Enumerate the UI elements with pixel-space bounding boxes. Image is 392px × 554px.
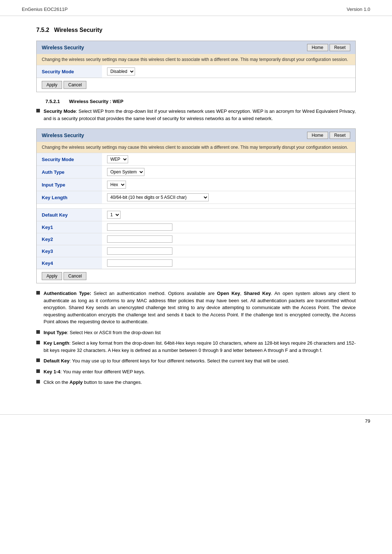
bullet-square-auth xyxy=(36,291,40,295)
subsection1-name: Wireless Security : WEP xyxy=(69,99,123,104)
panel2-input-key4[interactable] xyxy=(107,259,172,267)
panel2-cell-security-mode: WEP xyxy=(102,153,355,166)
panel1-cancel-button[interactable]: Cancel xyxy=(64,81,86,89)
panel2-row-default-key: Default Key 1 xyxy=(37,209,355,221)
panel1-reset-button[interactable]: Reset xyxy=(330,44,350,51)
panel2-cell-key-length: 40/64-bit (10 hex digits or 5 ASCII char… xyxy=(102,191,355,204)
header-right: Version 1.0 xyxy=(347,7,370,12)
bullet-key-length: Key Length: Select a key format from the… xyxy=(36,340,356,354)
bullet-auth-type: Authentication Type: Select an authentic… xyxy=(36,290,356,325)
panel2-cell-input-type: Hex xyxy=(102,178,355,191)
panel2-label-key1: Key1 xyxy=(37,221,102,233)
panel2-label-key2: Key2 xyxy=(37,233,102,245)
panel1-home-button[interactable]: Home xyxy=(307,44,328,51)
panel2-row-auth-type: Auth Type Open System xyxy=(37,166,355,178)
panel1: Wireless Security Home Reset Changing th… xyxy=(36,41,356,92)
section-number: 7.5.2 xyxy=(36,27,49,33)
panel1-buttons: Apply Cancel xyxy=(37,78,355,92)
panel2-select-security-mode[interactable]: WEP xyxy=(107,155,128,163)
panel2-separator xyxy=(37,204,355,209)
bullet-auth-text: Authentication Type: Select an authentic… xyxy=(44,290,356,325)
page-header: EnGenius EOC2611P Version 1.0 xyxy=(0,0,392,16)
bullet-list-1: Security Mode: Select WEP from the drop-… xyxy=(36,108,356,122)
bullet-square-input xyxy=(36,330,40,334)
bullet-input-bold: Input Type xyxy=(44,330,67,335)
panel1-warning: Changing the wireless security settings … xyxy=(37,54,355,65)
bullet-auth-bold: Authentication Type: xyxy=(44,291,91,296)
bullet-square-apply xyxy=(36,380,40,383)
panel2-row-input-type: Input Type Hex xyxy=(37,178,355,191)
panel2: Wireless Security Home Reset Changing th… xyxy=(36,128,356,283)
bullet-apply-text: Click on the Apply button to save the ch… xyxy=(44,379,142,386)
panel1-security-mode-select[interactable]: Disabled xyxy=(107,67,135,75)
bullet-input-type: Input Type: Select Hex or ASCII from the… xyxy=(36,329,356,336)
panel2-row-key3: Key3 xyxy=(37,245,355,257)
panel2-label-security-mode: Security Mode xyxy=(37,153,102,166)
bullet-key14-text: Key 1-4: You may enter four different WE… xyxy=(44,368,145,376)
bullet-defaultkey-bold: Default Key xyxy=(44,358,70,364)
bullet-square-key14 xyxy=(36,369,40,373)
panel1-body: Changing the wireless security settings … xyxy=(37,54,355,92)
page-number: 79 xyxy=(365,418,370,424)
bullet-square-keylength xyxy=(36,341,40,344)
bullet1-text: : Select WEP from the drop-down list if … xyxy=(44,108,356,121)
panel2-input-key2[interactable] xyxy=(107,235,172,243)
panel2-label-auth-type: Auth Type xyxy=(37,166,102,178)
bullet-square-1 xyxy=(36,109,40,112)
header-left: EnGenius EOC2611P xyxy=(22,7,68,12)
panel2-form-table: Security Mode WEP Auth Type Open System xyxy=(37,153,355,269)
panel1-header-buttons: Home Reset xyxy=(307,44,350,51)
panel2-select-input-type[interactable]: Hex xyxy=(107,181,126,189)
bullet1-bold: Security Mode xyxy=(44,108,76,114)
panel2-select-key-length[interactable]: 40/64-bit (10 hex digits or 5 ASCII char… xyxy=(107,193,209,201)
section-title: 7.5.2 Wireless Security xyxy=(36,27,356,33)
panel2-cell-key4 xyxy=(102,257,355,269)
panel2-cell-auth-type: Open System xyxy=(102,166,355,178)
panel2-input-key1[interactable] xyxy=(107,223,172,231)
panel2-reset-button[interactable]: Reset xyxy=(330,132,350,139)
panel2-label-key3: Key3 xyxy=(37,245,102,257)
panel2-row-key4: Key4 xyxy=(37,257,355,269)
panel1-security-mode-cell: Disabled xyxy=(102,65,355,78)
panel2-cancel-button[interactable]: Cancel xyxy=(64,272,86,280)
bullet-key14-body: : You may enter four different WEP keys. xyxy=(60,369,145,374)
panel2-label-key4: Key4 xyxy=(37,257,102,269)
panel2-cell-default-key: 1 xyxy=(102,209,355,221)
panel2-warning: Changing the wireless security settings … xyxy=(37,142,355,153)
bullet-input-body: : Select Hex or ASCII from the drop-down… xyxy=(67,330,161,335)
bullet-defaultkey-body: : You may use up to four different keys … xyxy=(70,358,289,364)
panel2-home-button[interactable]: Home xyxy=(307,132,328,139)
panel2-cell-key2 xyxy=(102,233,355,245)
panel1-security-mode-label: Security Mode xyxy=(37,65,102,78)
section-name: Wireless Security xyxy=(54,27,102,33)
bullet-item-1: Security Mode: Select WEP from the drop-… xyxy=(36,108,356,122)
bullet-key14: Key 1-4: You may enter four different WE… xyxy=(36,368,356,376)
panel2-select-auth-type[interactable]: Open System xyxy=(107,168,144,176)
subsection1-title: 7.5.2.1 Wireless Security : WEP xyxy=(36,99,356,104)
panel2-apply-button[interactable]: Apply xyxy=(42,272,62,280)
panel2-label-input-type: Input Type xyxy=(37,178,102,191)
panel2-cell-key3 xyxy=(102,245,355,257)
panel2-label-default-key: Default Key xyxy=(37,209,102,221)
bullet-input-text: Input Type: Select Hex or ASCII from the… xyxy=(44,329,161,336)
panel2-title: Wireless Security xyxy=(42,132,84,138)
bullet-default-key: Default Key: You may use up to four diff… xyxy=(36,357,356,365)
bullet-click-apply: Click on the Apply button to save the ch… xyxy=(36,379,356,386)
bullet-defaultkey-text: Default Key: You may use up to four diff… xyxy=(44,357,289,365)
page-footer: 79 xyxy=(0,414,392,427)
subsection1-number: 7.5.2.1 xyxy=(45,99,60,104)
bullet-key14-bold: Key 1-4 xyxy=(44,369,60,374)
bullets-list: Authentication Type: Select an authentic… xyxy=(36,290,356,386)
panel2-select-default-key[interactable]: 1 xyxy=(107,211,121,219)
panel2-row-key2: Key2 xyxy=(37,233,355,245)
panel2-input-key3[interactable] xyxy=(107,247,172,255)
main-content: 7.5.2 Wireless Security Wireless Securit… xyxy=(0,16,392,407)
bullet-apply-bold: Apply xyxy=(70,379,83,385)
panel2-header: Wireless Security Home Reset xyxy=(37,129,355,142)
panel1-apply-button[interactable]: Apply xyxy=(42,81,62,89)
bullet-square-defaultkey xyxy=(36,358,40,362)
panel1-form-table: Security Mode Disabled xyxy=(37,65,355,78)
panel2-body: Changing the wireless security settings … xyxy=(37,142,355,283)
bullet-keylength-text: Key Length: Select a key format from the… xyxy=(44,340,356,354)
panel2-label-key-length: Key Length xyxy=(37,191,102,204)
